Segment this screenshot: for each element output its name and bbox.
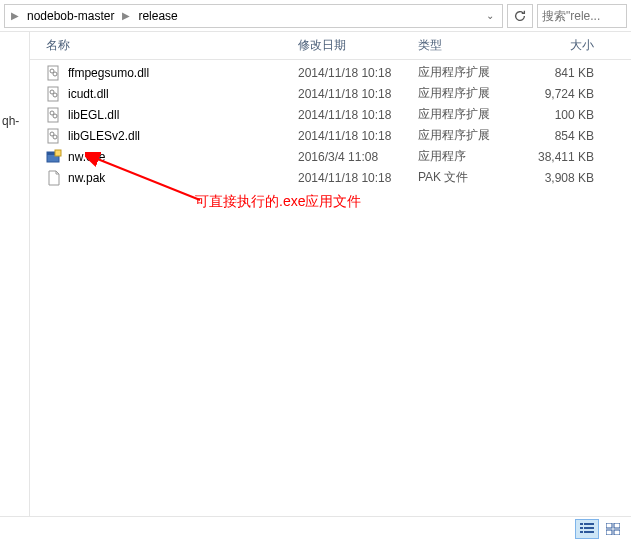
- view-details-button[interactable]: [575, 519, 599, 539]
- file-date: 2014/11/18 10:18: [290, 83, 410, 105]
- file-date: 2014/11/18 10:18: [290, 104, 410, 126]
- file-name-cell: libEGL.dll: [30, 107, 290, 123]
- sidebar: qh-: [0, 32, 30, 516]
- svg-rect-16: [584, 523, 594, 525]
- file-list: ffmpegsumo.dll2014/11/18 10:18应用程序扩展841 …: [30, 60, 631, 188]
- details-view-icon: [580, 523, 594, 535]
- svg-rect-20: [584, 531, 594, 533]
- sidebar-item[interactable]: [2, 48, 27, 52]
- file-size: 3,908 KB: [520, 167, 610, 189]
- svg-rect-21: [606, 523, 612, 528]
- column-headers: 名称 修改日期 类型 大小: [30, 32, 631, 60]
- column-header-type[interactable]: 类型: [410, 33, 520, 58]
- file-size: 38,411 KB: [520, 146, 610, 168]
- file-name-cell: nw.pak: [30, 170, 290, 186]
- svg-rect-23: [606, 530, 612, 535]
- file-row[interactable]: nw.exe2016/3/4 11:08应用程序38,411 KB: [30, 146, 631, 167]
- icons-view-icon: [606, 523, 620, 535]
- file-icon: [46, 128, 62, 144]
- file-size: 841 KB: [520, 62, 610, 84]
- file-row[interactable]: libEGL.dll2014/11/18 10:18应用程序扩展100 KB: [30, 104, 631, 125]
- file-name: nw.pak: [68, 171, 105, 185]
- file-name-cell: nw.exe: [30, 149, 290, 165]
- file-date: 2014/11/18 10:18: [290, 167, 410, 189]
- file-name: ffmpegsumo.dll: [68, 66, 149, 80]
- statusbar: [0, 516, 631, 540]
- file-icon: [46, 170, 62, 186]
- file-icon: [46, 107, 62, 123]
- sidebar-item[interactable]: qh-: [2, 112, 27, 130]
- svg-rect-24: [614, 530, 620, 535]
- file-row[interactable]: nw.pak2014/11/18 10:18PAK 文件3,908 KB: [30, 167, 631, 188]
- file-name: nw.exe: [68, 150, 105, 164]
- file-name-cell: ffmpegsumo.dll: [30, 65, 290, 81]
- file-icon: [46, 86, 62, 102]
- main-area: qh- 名称 修改日期 类型 大小 ffmpegsumo.dll2014/11/…: [0, 32, 631, 516]
- file-date: 2014/11/18 10:18: [290, 62, 410, 84]
- refresh-icon: [513, 9, 527, 23]
- file-size: 9,724 KB: [520, 83, 610, 105]
- svg-rect-14: [55, 150, 61, 156]
- file-name-cell: icudt.dll: [30, 86, 290, 102]
- file-row[interactable]: icudt.dll2014/11/18 10:18应用程序扩展9,724 KB: [30, 83, 631, 104]
- column-header-date[interactable]: 修改日期: [290, 33, 410, 58]
- refresh-button[interactable]: [507, 4, 533, 28]
- file-size: 100 KB: [520, 104, 610, 126]
- file-name: libEGL.dll: [68, 108, 119, 122]
- file-icon: [46, 65, 62, 81]
- file-name-cell: libGLESv2.dll: [30, 128, 290, 144]
- chevron-right-icon: ▶: [120, 10, 132, 21]
- svg-rect-19: [580, 531, 583, 533]
- file-row[interactable]: ffmpegsumo.dll2014/11/18 10:18应用程序扩展841 …: [30, 62, 631, 83]
- file-name: icudt.dll: [68, 87, 109, 101]
- file-date: 2014/11/18 10:18: [290, 125, 410, 147]
- svg-rect-18: [584, 527, 594, 529]
- file-size: 854 KB: [520, 125, 610, 147]
- breadcrumb[interactable]: ▶ nodebob-master ▶ release ⌄: [4, 4, 503, 28]
- file-date: 2016/3/4 11:08: [290, 146, 410, 168]
- svg-rect-15: [580, 523, 583, 525]
- breadcrumb-dropdown-icon[interactable]: ⌄: [482, 10, 498, 21]
- column-header-size[interactable]: 大小: [520, 33, 610, 58]
- file-name: libGLESv2.dll: [68, 129, 140, 143]
- file-icon: [46, 149, 62, 165]
- view-icons-button[interactable]: [601, 519, 625, 539]
- svg-rect-17: [580, 527, 583, 529]
- search-input[interactable]: [542, 9, 622, 23]
- chevron-right-icon: ▶: [9, 10, 21, 21]
- column-header-name[interactable]: 名称: [30, 33, 290, 58]
- breadcrumb-item-1[interactable]: release: [132, 7, 183, 25]
- file-type: PAK 文件: [410, 165, 520, 190]
- breadcrumb-item-0[interactable]: nodebob-master: [21, 7, 120, 25]
- toolbar: ▶ nodebob-master ▶ release ⌄: [0, 0, 631, 32]
- file-row[interactable]: libGLESv2.dll2014/11/18 10:18应用程序扩展854 K…: [30, 125, 631, 146]
- svg-rect-22: [614, 523, 620, 528]
- file-explorer-content: 名称 修改日期 类型 大小 ffmpegsumo.dll2014/11/18 1…: [30, 32, 631, 516]
- search-box[interactable]: [537, 4, 627, 28]
